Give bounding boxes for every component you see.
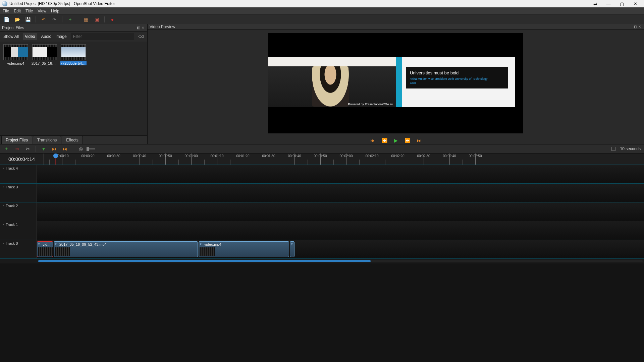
export-icon[interactable]: ●	[109, 16, 115, 22]
undo-icon[interactable]: ↶	[41, 16, 47, 22]
center-playhead-icon[interactable]: ◎	[78, 146, 84, 152]
marker-icon[interactable]: ▼	[41, 146, 47, 152]
menu-edit[interactable]: Edit	[14, 9, 21, 13]
ruler-label: 00:01:20	[236, 154, 250, 158]
maximize-button[interactable]: ▢	[615, 1, 629, 6]
timeline-ruler[interactable]: 00:00:1000:00:2000:00:3000:00:4000:00:50…	[44, 154, 644, 165]
playhead-line	[49, 184, 49, 202]
clip-menu-icon[interactable]: ▾	[291, 242, 293, 246]
tab-effects[interactable]: Effects	[62, 136, 83, 144]
minimize-button[interactable]: —	[602, 1, 615, 6]
slide-subtitle: Anka Mulder, vice president Delft Univer…	[410, 77, 504, 81]
clip-menu-icon[interactable]: ▾	[55, 242, 57, 246]
panel-close-icon[interactable]: ✕	[637, 25, 642, 28]
ruler-minor-tick	[359, 160, 360, 165]
clip-thumb	[200, 247, 215, 256]
snap-icon[interactable]: ⊃	[14, 146, 20, 152]
filter-clear-icon[interactable]: ⌫	[138, 34, 144, 39]
ruler-label: 00:02:40	[443, 154, 456, 158]
add-track-icon[interactable]: ＋	[3, 146, 9, 152]
preview-stripe	[396, 57, 402, 107]
close-button[interactable]: ✕	[629, 1, 642, 6]
track-row: ▸Track 4	[0, 165, 644, 184]
track-name: Track 0	[6, 241, 18, 245]
prev-marker-icon[interactable]: ⏮	[51, 146, 57, 152]
timeline-clip[interactable]: ▾vid...	[37, 241, 53, 257]
ruler-minor-tick	[333, 160, 334, 165]
zoom-slider[interactable]	[89, 148, 95, 149]
fullscreen-icon[interactable]: ▣	[94, 16, 100, 22]
chevron-right-icon: ▸	[3, 241, 4, 245]
timeline-clip[interactable]: ▾	[290, 241, 294, 257]
rewind-icon[interactable]: ⏪	[382, 138, 387, 143]
file-item[interactable]: 77283cde-b4c2-...	[60, 44, 87, 65]
filter-video[interactable]: Video	[23, 33, 37, 40]
preview-viewport[interactable]: Powered by Presentations2Go.eu Universit…	[148, 29, 644, 137]
redo-icon[interactable]: ↷	[51, 16, 57, 22]
import-files-icon[interactable]: ＋	[67, 16, 73, 22]
menu-title[interactable]: Title	[25, 9, 33, 13]
ruler-label: 00:00:40	[133, 154, 146, 158]
hscroll-thumb[interactable]	[38, 260, 371, 262]
new-project-icon[interactable]: 📄	[3, 16, 9, 22]
track-header[interactable]: ▸Track 3	[0, 184, 37, 202]
jump-end-icon[interactable]: ⏭	[417, 138, 422, 143]
bottom-gap	[0, 263, 644, 354]
clip-menu-icon[interactable]: ▾	[200, 242, 202, 246]
profile-icon[interactable]: ▦	[83, 16, 89, 22]
play-icon[interactable]: ▶	[394, 138, 398, 143]
save-project-icon[interactable]: 💾	[25, 16, 31, 22]
filter-show-all[interactable]: Show All	[3, 34, 19, 39]
project-subtabs: Project Files Transitions Effects	[0, 135, 147, 144]
timeline-clip[interactable]: ▾video.mp4	[199, 241, 289, 257]
titlebar: Untitled Project [HD 1080p 25 fps] - Ope…	[0, 0, 644, 7]
menu-view[interactable]: View	[38, 9, 46, 13]
toolbar-separator	[36, 146, 36, 152]
ruler-minor-tick	[230, 160, 230, 165]
panel-undock-icon[interactable]: ◧	[633, 25, 637, 28]
panel-undock-icon[interactable]: ◧	[136, 26, 141, 29]
tab-transitions[interactable]: Transitions	[33, 136, 61, 144]
panel-close-icon[interactable]: ✕	[141, 26, 145, 29]
workspace-split: Project Files ◧ ✕ Show All Video Audio I…	[0, 24, 644, 144]
toolbar-separator	[62, 16, 62, 22]
track-lane[interactable]	[37, 184, 644, 202]
tab-project-files[interactable]: Project Files	[1, 136, 32, 144]
open-project-icon[interactable]: 📂	[14, 16, 20, 22]
track-header[interactable]: ▸Track 0	[0, 240, 37, 258]
clip-title: video.mp4	[204, 242, 287, 246]
razor-icon[interactable]: ✂	[25, 146, 31, 152]
file-item[interactable]: video.mp4	[3, 44, 29, 65]
fast-forward-icon[interactable]: ⏩	[405, 138, 410, 143]
file-item[interactable]: 2017_05_16_09_5...	[32, 44, 58, 65]
track-header[interactable]: ▸Track 4	[0, 165, 37, 183]
project-files-header: Project Files ◧ ✕	[0, 24, 147, 32]
timeline-clip[interactable]: ▾2017_05_16_09_52_43.mp4	[54, 241, 198, 257]
menu-help[interactable]: Help	[51, 9, 59, 13]
track-header[interactable]: ▸Track 1	[0, 221, 37, 240]
track-lane[interactable]	[37, 165, 644, 183]
ruler-label: 00:02:50	[469, 154, 482, 158]
track-lane[interactable]: ▾vid...▾2017_05_16_09_52_43.mp4▾video.mp…	[37, 240, 644, 258]
filter-input[interactable]	[71, 33, 134, 40]
playhead[interactable]	[53, 154, 58, 158]
zoom-checkbox[interactable]	[611, 147, 615, 151]
track-lane[interactable]	[37, 202, 644, 221]
drag-icon[interactable]: ⇄	[588, 1, 602, 6]
filter-audio[interactable]: Audio	[41, 34, 52, 39]
clip-menu-icon[interactable]: ▾	[38, 242, 40, 246]
menu-file[interactable]: File	[3, 9, 9, 13]
timeline-toolbar: ＋ ⊃ ✂ ▼ ⏮ ⏭ ◎ 10 seconds	[0, 144, 644, 154]
zoom-label: 10 seconds	[620, 146, 641, 151]
filter-image[interactable]: Image	[55, 34, 66, 39]
track-header[interactable]: ▸Track 2	[0, 202, 37, 221]
window-title: Untitled Project [HD 1080p 25 fps] - Ope…	[9, 1, 588, 6]
ruler-minor-tick	[153, 160, 153, 165]
slide-subtitle: OEB	[410, 81, 504, 85]
playhead-line	[49, 202, 49, 221]
track-lane[interactable]	[37, 221, 644, 240]
timeline-hscroll[interactable]	[0, 259, 644, 263]
jump-start-icon[interactable]: ⏮	[370, 138, 375, 143]
file-grid[interactable]: video.mp4 2017_05_16_09_5... 77283cde-b4…	[0, 42, 147, 135]
next-marker-icon[interactable]: ⏭	[62, 146, 68, 152]
